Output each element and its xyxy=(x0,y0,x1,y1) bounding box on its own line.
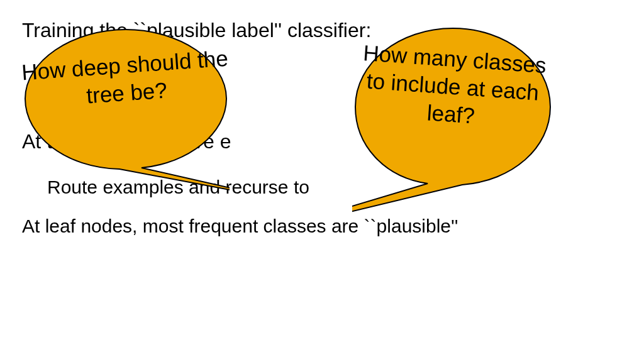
speech-bubble-1: How deep should the tree be? xyxy=(22,26,230,202)
speech-bubble-2: How many classes to include at each leaf… xyxy=(352,25,553,233)
speech-bubble-2-text: How many classes to include at each leaf… xyxy=(350,38,556,134)
